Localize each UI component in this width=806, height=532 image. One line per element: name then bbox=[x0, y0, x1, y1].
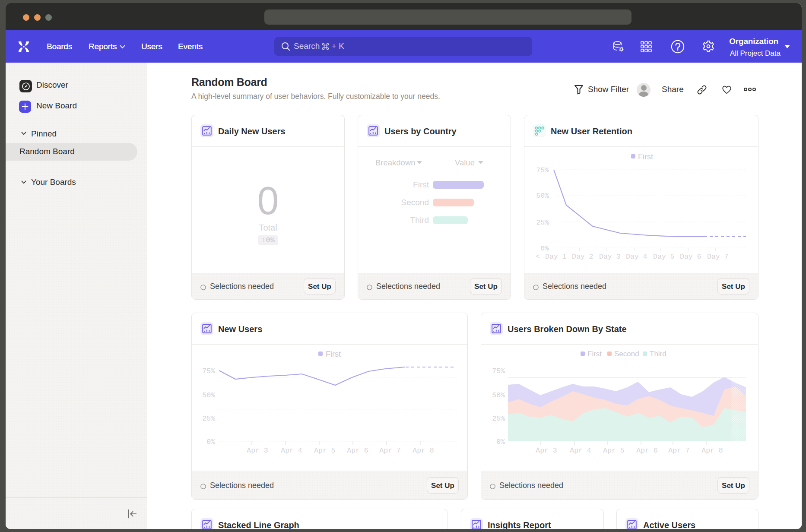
svg-text:<: < bbox=[536, 253, 540, 261]
svg-text:Apr 7: Apr 7 bbox=[668, 446, 690, 455]
svg-text:Day 7: Day 7 bbox=[707, 253, 729, 261]
svg-text:Apr 3: Apr 3 bbox=[536, 446, 557, 455]
svg-text:75%: 75% bbox=[536, 166, 549, 174]
svg-text:0%: 0% bbox=[206, 438, 215, 446]
svg-text:75%: 75% bbox=[492, 367, 505, 375]
svg-text:Day 6: Day 6 bbox=[680, 253, 701, 261]
svg-text:Day 2: Day 2 bbox=[572, 253, 593, 261]
svg-text:50%: 50% bbox=[202, 391, 215, 399]
svg-text:Apr 8: Apr 8 bbox=[413, 446, 434, 455]
svg-text:Day 3: Day 3 bbox=[599, 253, 621, 261]
svg-text:Day 5: Day 5 bbox=[653, 253, 675, 261]
svg-text:50%: 50% bbox=[536, 192, 549, 200]
svg-text:Third: Third bbox=[650, 350, 666, 358]
svg-text:Apr 5: Apr 5 bbox=[314, 446, 336, 455]
svg-text:First: First bbox=[587, 350, 602, 358]
svg-text:Apr 4: Apr 4 bbox=[281, 446, 302, 455]
svg-text:Apr 3: Apr 3 bbox=[247, 446, 268, 455]
svg-text:Apr 6: Apr 6 bbox=[347, 446, 368, 455]
svg-text:25%: 25% bbox=[492, 415, 505, 423]
svg-text:25%: 25% bbox=[202, 415, 215, 423]
svg-text:Apr 7: Apr 7 bbox=[379, 446, 401, 455]
svg-text:First: First bbox=[326, 350, 341, 358]
svg-text:Apr 4: Apr 4 bbox=[570, 446, 591, 455]
svg-text:Day 1: Day 1 bbox=[545, 253, 567, 261]
svg-text:First: First bbox=[638, 152, 653, 161]
svg-text:Apr 5: Apr 5 bbox=[603, 446, 625, 455]
svg-text:Day 4: Day 4 bbox=[626, 253, 647, 261]
svg-text:25%: 25% bbox=[536, 218, 549, 227]
svg-text:0%: 0% bbox=[540, 244, 549, 253]
svg-text:Apr 6: Apr 6 bbox=[636, 446, 658, 455]
svg-text:Apr 8: Apr 8 bbox=[701, 446, 723, 455]
svg-text:50%: 50% bbox=[492, 391, 505, 399]
svg-text:0%: 0% bbox=[496, 438, 505, 446]
svg-text:Second: Second bbox=[614, 350, 639, 358]
svg-text:75%: 75% bbox=[202, 367, 215, 375]
